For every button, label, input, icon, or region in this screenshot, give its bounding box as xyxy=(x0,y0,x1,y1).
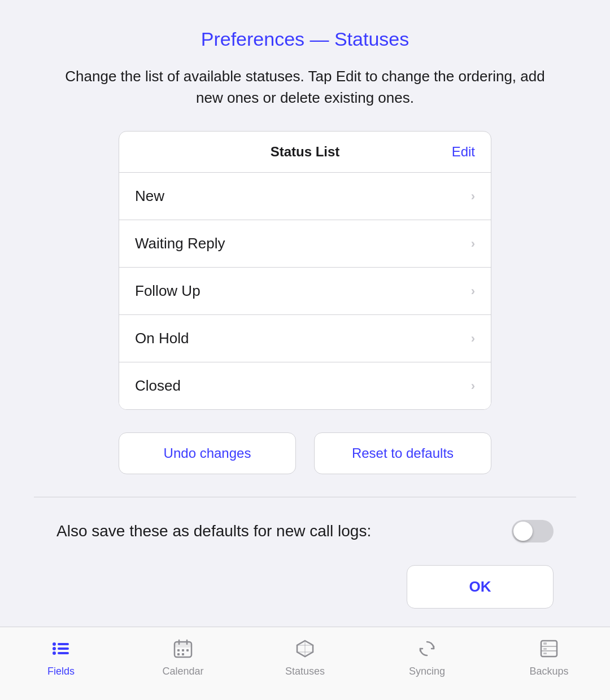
status-item-label-on-hold: On Hold xyxy=(135,330,189,347)
svg-rect-18 xyxy=(543,642,547,645)
tab-bar: Fields Calendar xyxy=(0,627,610,700)
svg-rect-11 xyxy=(182,649,184,651)
tab-calendar[interactable]: Calendar xyxy=(122,636,244,677)
undo-changes-button[interactable]: Undo changes xyxy=(119,432,296,474)
svg-point-1 xyxy=(53,647,56,650)
ok-button[interactable]: OK xyxy=(407,565,554,609)
status-item-follow-up[interactable]: Follow Up › xyxy=(119,268,491,315)
status-list-container: Status List Edit New › Waiting Reply › F… xyxy=(119,131,491,410)
tab-backups[interactable]: Backups xyxy=(488,636,610,677)
svg-rect-7 xyxy=(175,642,191,648)
edit-button[interactable]: Edit xyxy=(452,144,475,160)
backups-icon xyxy=(537,636,561,661)
status-item-label-new: New xyxy=(135,187,164,205)
status-item-label-follow-up: Follow Up xyxy=(135,282,201,300)
chevron-right-icon-waiting-reply: › xyxy=(471,237,475,251)
toggle-knob xyxy=(513,522,533,541)
fields-icon xyxy=(49,636,73,661)
defaults-label: Also save these as defaults for new call… xyxy=(56,522,371,540)
statuses-icon xyxy=(293,636,317,661)
status-item-waiting-reply[interactable]: Waiting Reply › xyxy=(119,220,491,268)
status-item-label-waiting-reply: Waiting Reply xyxy=(135,235,225,252)
svg-rect-14 xyxy=(182,653,184,655)
svg-rect-5 xyxy=(58,652,69,654)
action-buttons-row: Undo changes Reset to defaults xyxy=(119,432,491,474)
syncing-icon xyxy=(415,636,439,661)
svg-rect-10 xyxy=(177,649,180,651)
main-content: Preferences — Statuses Change the list o… xyxy=(0,0,610,627)
defaults-row: Also save these as defaults for new call… xyxy=(51,520,559,542)
svg-point-2 xyxy=(53,651,56,655)
tab-backups-label: Backups xyxy=(529,666,568,677)
svg-rect-4 xyxy=(58,648,69,650)
chevron-right-icon-on-hold: › xyxy=(471,331,475,346)
defaults-toggle[interactable] xyxy=(512,520,554,542)
svg-point-0 xyxy=(53,642,56,646)
svg-rect-3 xyxy=(58,643,69,645)
tab-syncing[interactable]: Syncing xyxy=(366,636,488,677)
tab-fields[interactable]: Fields xyxy=(0,636,122,677)
tab-syncing-label: Syncing xyxy=(409,666,445,677)
tab-calendar-label: Calendar xyxy=(162,666,203,677)
page-description: Change the list of available statuses. T… xyxy=(62,66,548,108)
chevron-right-icon-new: › xyxy=(471,189,475,204)
ok-button-row: OK xyxy=(51,565,559,609)
calendar-icon xyxy=(171,636,195,661)
status-list-title: Status List xyxy=(271,144,340,160)
section-divider xyxy=(34,497,576,497)
chevron-right-icon-follow-up: › xyxy=(471,284,475,299)
status-list-header: Status List Edit xyxy=(119,132,491,173)
svg-rect-13 xyxy=(177,653,180,655)
status-item-closed[interactable]: Closed › xyxy=(119,362,491,409)
tab-statuses-label: Statuses xyxy=(285,666,325,677)
reset-to-defaults-button[interactable]: Reset to defaults xyxy=(314,432,491,474)
page-title: Preferences — Statuses xyxy=(201,28,409,50)
status-item-label-closed: Closed xyxy=(135,377,181,395)
status-item-new[interactable]: New › xyxy=(119,173,491,220)
tab-fields-label: Fields xyxy=(47,666,75,677)
svg-rect-12 xyxy=(186,649,189,651)
tab-statuses[interactable]: Statuses xyxy=(244,636,366,677)
chevron-right-icon-closed: › xyxy=(471,379,475,393)
status-item-on-hold[interactable]: On Hold › xyxy=(119,315,491,362)
svg-rect-19 xyxy=(543,648,547,650)
svg-rect-20 xyxy=(543,653,547,654)
